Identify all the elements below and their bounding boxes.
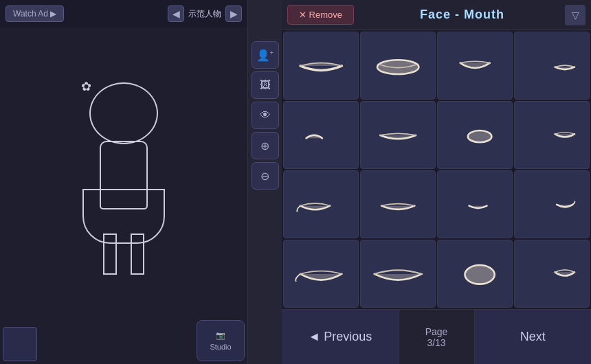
char-nav-label: 示范人物 — [188, 8, 221, 20]
zoom-in-icon: ⊕ — [260, 139, 269, 152]
char-leg-left — [103, 234, 117, 275]
zoom-out-button[interactable]: ⊖ — [252, 162, 279, 190]
remove-button[interactable]: ✕ Remove — [287, 5, 354, 25]
char-flower: ✿ — [81, 79, 95, 93]
watch-ad-button[interactable]: Watch Ad ▶ — [5, 5, 64, 22]
next-button[interactable]: Next — [475, 310, 592, 364]
char-skirt — [82, 189, 165, 244]
mouth-option-12[interactable] — [514, 170, 590, 238]
scroll-up-button[interactable]: ▽ — [565, 5, 586, 25]
character-display: ✿ 📷 Studio — [0, 27, 247, 364]
mouth-option-9[interactable] — [283, 170, 359, 238]
mouth-option-14[interactable] — [360, 240, 436, 308]
mouth-option-11[interactable] — [437, 170, 513, 238]
bottom-nav: ◄ Previous Page 3/13 Next — [282, 309, 591, 364]
page-indicator: Page 3/13 — [399, 310, 475, 364]
char-head — [89, 82, 158, 144]
character-figure: ✿ — [55, 76, 192, 316]
studio-button[interactable]: 📷 Studio — [197, 320, 245, 361]
background-button[interactable]: 🖼 — [252, 71, 279, 99]
eye-button[interactable]: 👁 — [252, 102, 279, 129]
mouth-option-7[interactable] — [437, 101, 513, 169]
studio-label: Studio — [210, 343, 231, 351]
left-panel: Watch Ad ▶ ◀ 示范人物 ▶ ✿ 📷 Studio — [0, 0, 247, 364]
char-nav-left-button[interactable]: ◀ — [168, 5, 184, 22]
character-thumbnail — [3, 327, 37, 361]
mouth-option-10[interactable] — [360, 170, 436, 238]
mouth-option-8[interactable] — [514, 101, 590, 169]
mouth-grid — [282, 30, 591, 309]
mouth-option-15[interactable] — [437, 240, 513, 308]
right-header: ✕ Remove Face - Mouth ▽ — [282, 0, 591, 30]
mouth-option-13[interactable] — [283, 240, 359, 308]
char-nav: ◀ 示范人物 ▶ — [168, 5, 242, 22]
studio-icon: 📷 — [216, 331, 225, 340]
mouth-option-2[interactable] — [360, 32, 436, 100]
mouth-option-6[interactable] — [360, 101, 436, 169]
eye-icon: 👁 — [260, 109, 271, 122]
background-icon: 🖼 — [260, 79, 271, 91]
mouth-option-16[interactable] — [514, 240, 590, 308]
page-label: Page — [425, 326, 448, 337]
add-character-icon: 👤+ — [256, 49, 274, 62]
mouth-option-5[interactable] — [283, 101, 359, 169]
previous-button[interactable]: ◄ Previous — [282, 310, 399, 364]
top-bar: Watch Ad ▶ ◀ 示范人物 ▶ — [0, 0, 247, 27]
svg-point-1 — [468, 130, 492, 142]
char-leg-right — [131, 234, 144, 275]
zoom-out-icon: ⊖ — [260, 170, 269, 183]
mouth-option-3[interactable] — [437, 32, 513, 100]
add-character-button[interactable]: 👤+ — [252, 41, 279, 69]
mouth-option-1[interactable] — [283, 32, 359, 100]
svg-point-2 — [465, 265, 494, 284]
mouth-option-4[interactable] — [514, 32, 590, 100]
page-number: 3/13 — [427, 337, 445, 348]
side-icon-bar: 👤+ 🖼 👁 ⊕ ⊖ — [247, 0, 282, 364]
char-nav-right-button[interactable]: ▶ — [225, 5, 242, 22]
zoom-in-button[interactable]: ⊕ — [252, 132, 279, 159]
right-panel: ✕ Remove Face - Mouth ▽ — [282, 0, 591, 364]
panel-title: Face - Mouth — [359, 8, 565, 22]
